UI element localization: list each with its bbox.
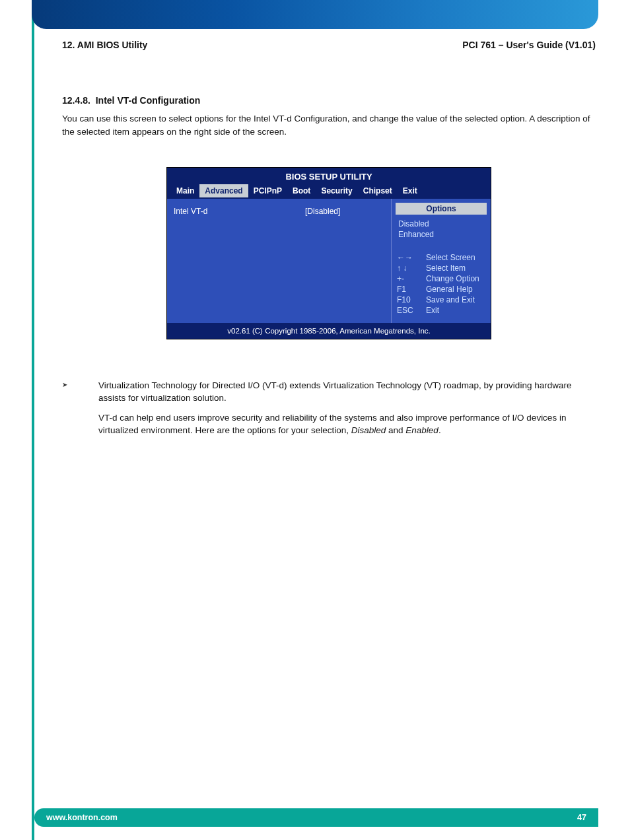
bios-settings-pane: Intel VT-d [Disabled] (167, 199, 391, 323)
kh-key: ESC (397, 305, 419, 316)
section-title-text: Intel VT-d Configuration (96, 95, 201, 106)
note-p2-lead: VT-d can help end users improve security… (98, 413, 566, 436)
kh-desc: Change Option (426, 273, 479, 284)
note-opt-disabled: Disabled (351, 425, 386, 435)
section-heading: 12.4.8. Intel VT-d Configuration (62, 95, 596, 106)
kh-key: ↑ ↓ (397, 263, 419, 273)
runhead-right: PCI 761 – User's Guide (V1.01) (462, 40, 596, 50)
options-header: Options (396, 203, 487, 215)
kh-desc: General Help (426, 284, 473, 295)
bios-screenshot: BIOS SETUP UTILITY Main Advanced PCIPnP … (166, 167, 491, 339)
kh-desc: Exit (426, 305, 439, 316)
note-opt-enabled: Enabled (405, 425, 438, 435)
section-number: 12.4.8. (62, 95, 90, 106)
footer-page-number: 47 (577, 813, 586, 822)
bios-footer: v02.61 (C) Copyright 1985-2006, American… (167, 323, 491, 339)
tab-pcipnp[interactable]: PCIPnP (248, 184, 287, 197)
setting-row-vt-d[interactable]: Intel VT-d [Disabled] (174, 207, 384, 216)
bios-title: BIOS SETUP UTILITY (167, 168, 491, 184)
bullet-arrow-icon: ➤ (62, 379, 98, 444)
note-tail: . (438, 425, 441, 435)
note-block: ➤ Virtualization Technology for Directed… (62, 379, 596, 444)
setting-label: Intel VT-d (174, 207, 305, 216)
kh-key: F10 (397, 295, 419, 305)
bios-tabs: Main Advanced PCIPnP Boot Security Chips… (167, 184, 491, 199)
footer-url: www.kontron.com (46, 813, 118, 822)
note-sep: and (386, 425, 405, 435)
tab-exit[interactable]: Exit (398, 184, 423, 197)
kh-desc: Select Item (426, 263, 466, 273)
bios-help-pane: Options Disabled Enhanced ←→Select Scree… (391, 199, 491, 323)
tab-security[interactable]: Security (316, 184, 357, 197)
kh-desc: Select Screen (426, 252, 475, 263)
kh-key: ←→ (397, 252, 419, 263)
section-intro: You can use this screen to select option… (62, 112, 596, 138)
runhead-left: 12. AMI BIOS Utility (62, 40, 147, 50)
key-help: ←→Select Screen ↑ ↓Select Item +-Change … (392, 247, 491, 323)
running-header: 12. AMI BIOS Utility PCI 761 – User's Gu… (62, 40, 596, 50)
kh-desc: Save and Exit (426, 295, 475, 305)
kh-key: +- (397, 273, 419, 284)
tab-boot[interactable]: Boot (287, 184, 316, 197)
option-disabled: Disabled (398, 219, 484, 229)
tab-advanced[interactable]: Advanced (199, 184, 248, 197)
tab-chipset[interactable]: Chipset (358, 184, 398, 197)
tab-main[interactable]: Main (171, 184, 199, 197)
kh-key: F1 (397, 284, 419, 295)
option-enhanced: Enhanced (398, 229, 484, 240)
note-paragraph-2: VT-d can help end users improve security… (98, 411, 596, 437)
setting-value: [Disabled] (305, 207, 384, 216)
page-footer: www.kontron.com 47 (34, 808, 598, 827)
options-list: Disabled Enhanced (392, 217, 491, 246)
note-paragraph-1: Virtualization Technology for Directed I… (98, 379, 596, 405)
